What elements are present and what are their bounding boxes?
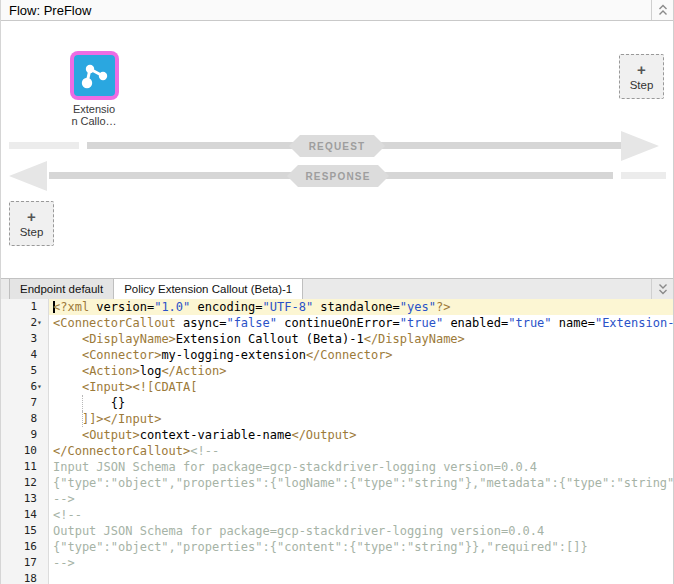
tab-policy-extension-callout[interactable]: Policy Extension Callout (Beta)-1 <box>114 279 303 299</box>
line-number: 6 <box>30 379 37 395</box>
code-line-content[interactable]: Input JSON Schema for package=gcp-stackd… <box>49 459 673 475</box>
chevrons-down-icon <box>658 283 668 295</box>
line-number-gutter: 4 <box>1 347 49 363</box>
code-line-6[interactable]: 6▾ <Input><![CDATA[ <box>1 379 673 395</box>
line-number-gutter: 10 <box>1 443 49 459</box>
code-line-content[interactable]: Output JSON Schema for package=gcp-stack… <box>49 523 673 539</box>
line-number-gutter: 7 <box>1 395 49 411</box>
line-number: 11 <box>24 459 37 475</box>
add-step-button-response[interactable]: + Step <box>9 201 54 246</box>
flow-editor-window: Flow: PreFlow <box>0 0 674 584</box>
code-line-content[interactable]: {} <box>49 395 673 411</box>
code-line-content[interactable]: <DisplayName>Extension Callout (Beta)-1<… <box>49 331 673 347</box>
line-number-gutter: 3 <box>1 331 49 347</box>
policy-step-extension-callout[interactable]: Extensio n Callo… <box>46 51 142 127</box>
collapse-editor-panel-button[interactable] <box>651 279 673 299</box>
code-editor[interactable]: 1<?xml version="1.0" encoding="UTF-8" st… <box>1 299 673 584</box>
line-number-gutter: 13 <box>1 491 49 507</box>
collapse-flow-panel-button[interactable] <box>651 0 673 20</box>
fold-arrow-icon[interactable]: ▾ <box>37 379 48 395</box>
request-arrow-icon <box>621 131 659 161</box>
chevrons-up-icon <box>658 4 668 16</box>
code-line-content[interactable]: <Output>context-variable-name</Output> <box>49 427 673 443</box>
code-line-12[interactable]: 12{"type":"object","properties":{"logNam… <box>1 475 673 491</box>
code-line-5[interactable]: 5 <Action>log</Action> <box>1 363 673 379</box>
code-line-9[interactable]: 9 <Output>context-variable-name</Output> <box>1 427 673 443</box>
line-number-gutter: 2▾ <box>1 315 49 331</box>
code-line-11[interactable]: 11Input JSON Schema for package=gcp-stac… <box>1 459 673 475</box>
line-number: 7 <box>30 395 37 411</box>
code-line-10[interactable]: 10</ConnectorCallout><!-- <box>1 443 673 459</box>
line-number: 1 <box>30 299 37 315</box>
code-line-content[interactable]: ]]></Input> <box>49 411 673 427</box>
line-number-gutter: 15 <box>1 523 49 539</box>
response-line-stub <box>621 172 666 179</box>
line-number: 10 <box>24 443 37 459</box>
response-arrow-icon <box>9 161 47 191</box>
add-step-label: Step <box>630 79 654 91</box>
indent-guide <box>82 395 83 411</box>
code-line-1[interactable]: 1<?xml version="1.0" encoding="UTF-8" st… <box>1 299 673 315</box>
line-number: 15 <box>24 523 37 539</box>
indent-guide <box>82 411 83 427</box>
line-number: 17 <box>24 555 37 571</box>
code-line-content[interactable]: <?xml version="1.0" encoding="UTF-8" sta… <box>49 299 673 315</box>
line-number: 12 <box>24 475 37 491</box>
add-step-button-request[interactable]: + Step <box>619 54 664 99</box>
line-number: 9 <box>30 427 37 443</box>
plus-icon: + <box>637 63 646 76</box>
code-line-content[interactable]: <ConnectorCallout async="false" continue… <box>49 315 673 331</box>
line-number-gutter: 11 <box>1 459 49 475</box>
code-line-7[interactable]: 7 {} <box>1 395 673 411</box>
code-line-15[interactable]: 15Output JSON Schema for package=gcp-sta… <box>1 523 673 539</box>
line-number: 5 <box>30 363 37 379</box>
add-step-label: Step <box>20 226 44 238</box>
policy-step-label: Extensio n Callo… <box>71 104 116 127</box>
code-line-18[interactable]: 18 <box>1 571 673 584</box>
code-line-content[interactable]: <Connector>my-logging-extension</Connect… <box>49 347 673 363</box>
tab-endpoint-default[interactable]: Endpoint default <box>9 279 114 299</box>
code-line-2[interactable]: 2▾<ConnectorCallout async="false" contin… <box>1 315 673 331</box>
line-number-gutter: 17 <box>1 555 49 571</box>
line-number-gutter: 6▾ <box>1 379 49 395</box>
line-number: 16 <box>24 539 37 555</box>
response-badge: RESPONSE <box>287 165 389 187</box>
code-line-content[interactable] <box>49 571 673 584</box>
code-line-16[interactable]: 16{"type":"object","properties":{"conten… <box>1 539 673 555</box>
flow-canvas: Extensio n Callo… + Step REQUEST RESPONS… <box>1 21 673 278</box>
code-line-13[interactable]: 13--> <box>1 491 673 507</box>
code-line-content[interactable]: --> <box>49 555 673 571</box>
fold-arrow-icon[interactable]: ▾ <box>37 315 48 331</box>
code-line-14[interactable]: 14<!-- <box>1 507 673 523</box>
editor-tab-bar: Endpoint default Policy Extension Callou… <box>1 278 673 299</box>
flow-header: Flow: PreFlow <box>1 0 673 21</box>
code-line-content[interactable]: {"type":"object","properties":{"logName"… <box>49 475 673 491</box>
code-line-4[interactable]: 4 <Connector>my-logging-extension</Conne… <box>1 347 673 363</box>
extension-callout-icon <box>70 51 119 100</box>
line-number-gutter: 1 <box>1 299 49 315</box>
code-line-content[interactable]: <!-- <box>49 507 673 523</box>
flow-title: Flow: PreFlow <box>9 3 91 18</box>
plus-icon: + <box>27 210 36 223</box>
code-line-content[interactable]: </ConnectorCallout><!-- <box>49 443 673 459</box>
request-line-stub <box>9 142 79 149</box>
share-nodes-icon <box>80 62 108 90</box>
code-line-8[interactable]: 8 ]]></Input> <box>1 411 673 427</box>
line-number: 4 <box>30 347 37 363</box>
code-line-content[interactable]: --> <box>49 491 673 507</box>
line-number: 3 <box>30 331 37 347</box>
line-number-gutter: 14 <box>1 507 49 523</box>
code-line-content[interactable]: <Input><![CDATA[ <box>49 379 673 395</box>
line-number-gutter: 9 <box>1 427 49 443</box>
line-number: 18 <box>24 571 37 584</box>
code-line-3[interactable]: 3 <DisplayName>Extension Callout (Beta)-… <box>1 331 673 347</box>
code-line-content[interactable]: {"type":"object","properties":{"content"… <box>49 539 673 555</box>
code-line-17[interactable]: 17--> <box>1 555 673 571</box>
line-number: 8 <box>30 411 37 427</box>
line-number: 14 <box>24 507 37 523</box>
request-badge: REQUEST <box>289 135 385 157</box>
line-number: 2 <box>30 315 37 331</box>
line-number: 13 <box>24 491 37 507</box>
code-line-content[interactable]: <Action>log</Action> <box>49 363 673 379</box>
line-number-gutter: 8 <box>1 411 49 427</box>
